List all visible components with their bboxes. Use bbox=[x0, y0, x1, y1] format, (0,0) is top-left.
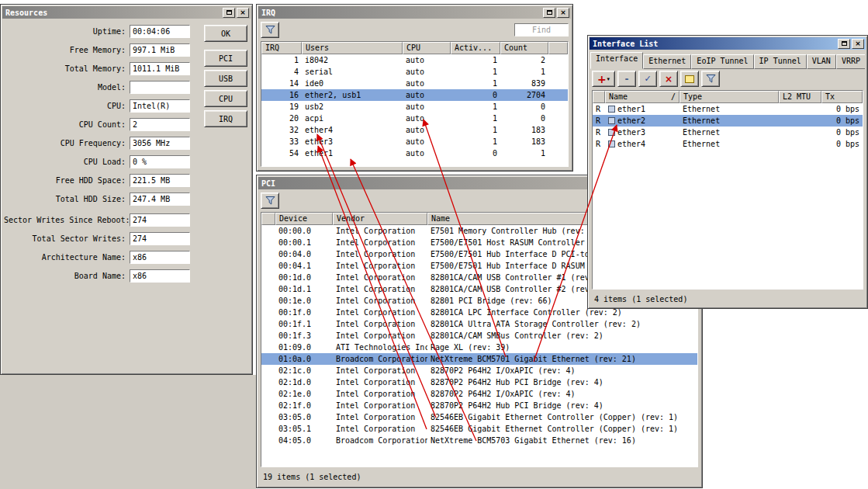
irq-row[interactable]: 1 i8042 auto 1 2 bbox=[261, 54, 568, 66]
resources-buttons: OK PCI USB CPU IRQ bbox=[204, 25, 247, 127]
resource-label: Free Memory: bbox=[4, 46, 130, 54]
tab-vrrp[interactable]: VRRP bbox=[836, 54, 865, 69]
irq-row[interactable]: 33 ether3 auto 1 183 bbox=[261, 136, 568, 147]
resources-titlebar[interactable]: Resources × bbox=[2, 6, 251, 19]
tab-ip-tunnel[interactable]: IP Tunnel bbox=[754, 54, 807, 69]
column-header-name[interactable]: Name/ bbox=[605, 91, 680, 103]
irq-cell-users: ether1 bbox=[302, 147, 403, 159]
resource-row: Architecture Name: x86 bbox=[4, 251, 199, 264]
irq-button[interactable]: IRQ bbox=[204, 110, 247, 127]
pci-row[interactable]: 01:0a.0 Broadcom Corporation NetXtreme B… bbox=[261, 353, 697, 365]
find-box[interactable]: Find bbox=[514, 23, 569, 36]
close-button[interactable]: × bbox=[557, 8, 569, 18]
irq-row[interactable]: 4 serial auto 1 1 bbox=[261, 66, 568, 78]
pci-cell-device: 02:1f.0 bbox=[275, 400, 333, 411]
tab-interface[interactable]: Interface bbox=[590, 52, 643, 69]
close-button[interactable]: × bbox=[852, 39, 864, 49]
pci-row[interactable]: 00:1f.1 Intel Corporation 82801CA Ultra … bbox=[261, 318, 697, 330]
pci-cell-device: 00:1f.1 bbox=[275, 318, 333, 330]
pci-row[interactable]: 02:1f.0 Intel Corporation 82870P2 P64H2 … bbox=[261, 400, 697, 411]
pci-row[interactable]: 04:05.0 Broadcom Corporation NetXtreme B… bbox=[261, 435, 697, 446]
comment-button[interactable] bbox=[680, 71, 699, 87]
add-button[interactable]: + ▾ bbox=[592, 71, 615, 87]
filter-button[interactable] bbox=[261, 192, 279, 209]
disable-button[interactable]: × bbox=[659, 71, 678, 87]
tab-eoip-tunnel[interactable]: EoIP Tunnel bbox=[691, 54, 753, 69]
interface-row[interactable]: R ether4 Ethernet 0 bps bbox=[593, 138, 863, 150]
pci-cell-vendor: Intel Corporation bbox=[333, 237, 427, 248]
tab-vlan[interactable]: VLAN bbox=[807, 54, 836, 69]
irq-row[interactable]: 32 ether4 auto 1 183 bbox=[261, 124, 568, 136]
resource-value-field: 1011.1 MiB bbox=[130, 62, 190, 75]
resource-row: Board Name: x86 bbox=[4, 269, 199, 283]
restore-button[interactable] bbox=[543, 8, 555, 18]
close-icon: × bbox=[855, 40, 861, 47]
window-title: IRQ bbox=[261, 9, 275, 17]
cpu-button[interactable]: CPU bbox=[204, 90, 247, 107]
pci-row[interactable]: 02:1c.0 Intel Corporation 82870P2 P64H2 … bbox=[261, 365, 697, 376]
interface-list-window: Interface List × Interface Ethernet EoIP… bbox=[587, 35, 868, 309]
irq-row[interactable]: 20 acpi auto 1 0 bbox=[261, 113, 568, 124]
pci-cell-flags bbox=[261, 388, 275, 400]
ok-button[interactable]: OK bbox=[204, 25, 247, 42]
tab-ethernet[interactable]: Ethernet bbox=[643, 54, 691, 69]
irq-cell-active: 1 bbox=[451, 54, 500, 66]
pci-row[interactable]: 03:05.1 Intel Corporation 82546EB Gigabi… bbox=[261, 423, 697, 435]
pci-cell-device: 04:05.0 bbox=[275, 435, 333, 446]
irq-cell-count: 0 bbox=[500, 113, 548, 124]
column-header-vendor[interactable]: Vendor bbox=[333, 213, 427, 225]
interface-row[interactable]: R ether2 Ethernet 0 bps bbox=[593, 115, 863, 127]
column-header-device[interactable]: Device bbox=[275, 213, 333, 225]
column-header-irq[interactable]: IRQ bbox=[261, 42, 302, 54]
column-header-tx[interactable]: Tx bbox=[821, 91, 863, 103]
column-header-l2mtu[interactable]: L2 MTU bbox=[779, 91, 821, 103]
pci-row[interactable]: 01:09.0 ATI Technologies Inc Rage XL (re… bbox=[261, 342, 697, 353]
resource-label: Architecture Name: bbox=[4, 253, 130, 262]
irq-cell-number: 1 bbox=[261, 54, 302, 66]
column-header-filler bbox=[548, 42, 568, 54]
irq-cell-count: 183 bbox=[500, 124, 548, 136]
interface-table-body: R ether1 Ethernet 0 bps R ether2 Etherne… bbox=[593, 103, 863, 150]
resource-row: Total Memory: 1011.1 MiB bbox=[4, 62, 199, 75]
pci-row[interactable]: 00:1f.3 Intel Corporation 82801CA/CAM SM… bbox=[261, 330, 697, 342]
column-header-users[interactable]: Users bbox=[302, 42, 403, 54]
irq-row[interactable]: 54 ether1 auto 0 1 bbox=[261, 147, 568, 159]
usb-button[interactable]: USB bbox=[204, 70, 247, 87]
resource-value-field: 3056 MHz bbox=[130, 137, 190, 150]
pci-cell-flags bbox=[261, 423, 275, 435]
pci-cell-device: 02:1e.0 bbox=[275, 388, 333, 400]
irq-titlebar[interactable]: IRQ × bbox=[258, 6, 571, 19]
enable-button[interactable]: ✓ bbox=[638, 71, 657, 87]
column-header-type[interactable]: Type bbox=[680, 91, 779, 103]
interface-cell-type: Ethernet bbox=[680, 115, 779, 127]
interface-cell-type: Ethernet bbox=[680, 127, 779, 138]
irq-cell-users: i8042 bbox=[302, 54, 403, 66]
restore-button[interactable] bbox=[223, 8, 235, 18]
interface-row[interactable]: R ether3 Ethernet 0 bps bbox=[593, 127, 863, 138]
irq-cell-cpu: auto bbox=[403, 78, 451, 89]
pci-cell-flags bbox=[261, 411, 275, 423]
pci-row[interactable]: 02:1e.0 Intel Corporation 82870P2 P64H2 … bbox=[261, 388, 697, 400]
filter-button[interactable] bbox=[261, 22, 279, 38]
filter-button[interactable] bbox=[701, 71, 720, 87]
pci-row[interactable]: 03:05.0 Intel Corporation 82546EB Gigabi… bbox=[261, 411, 697, 423]
pci-row[interactable]: 02:1d.0 Intel Corporation 82870P2 P64H2 … bbox=[261, 376, 697, 388]
pci-cell-vendor: Intel Corporation bbox=[333, 307, 427, 318]
restore-button[interactable] bbox=[838, 39, 850, 49]
irq-row[interactable]: 16 ether2, usb1 auto 0 2704 bbox=[261, 89, 568, 101]
interface-icon bbox=[608, 140, 615, 147]
irq-row[interactable]: 14 ide0 auto 1 839 bbox=[261, 78, 568, 89]
pci-button[interactable]: PCI bbox=[204, 50, 247, 67]
remove-button[interactable]: - bbox=[617, 71, 636, 87]
interface-titlebar[interactable]: Interface List × bbox=[590, 37, 866, 50]
column-header-count[interactable]: Count bbox=[500, 42, 548, 54]
interface-cell-l2mtu bbox=[779, 115, 821, 127]
irq-row[interactable]: 19 usb2 auto 1 0 bbox=[261, 101, 568, 113]
column-header-cpu[interactable]: CPU bbox=[403, 42, 451, 54]
interface-icon bbox=[608, 129, 615, 136]
interface-tabs: Interface Ethernet EoIP Tunnel IP Tunnel… bbox=[590, 51, 865, 69]
restore-icon bbox=[227, 10, 232, 15]
close-button[interactable]: × bbox=[237, 8, 249, 18]
interface-row[interactable]: R ether1 Ethernet 0 bps bbox=[593, 103, 863, 115]
column-header-active[interactable]: Activ... bbox=[451, 42, 500, 54]
